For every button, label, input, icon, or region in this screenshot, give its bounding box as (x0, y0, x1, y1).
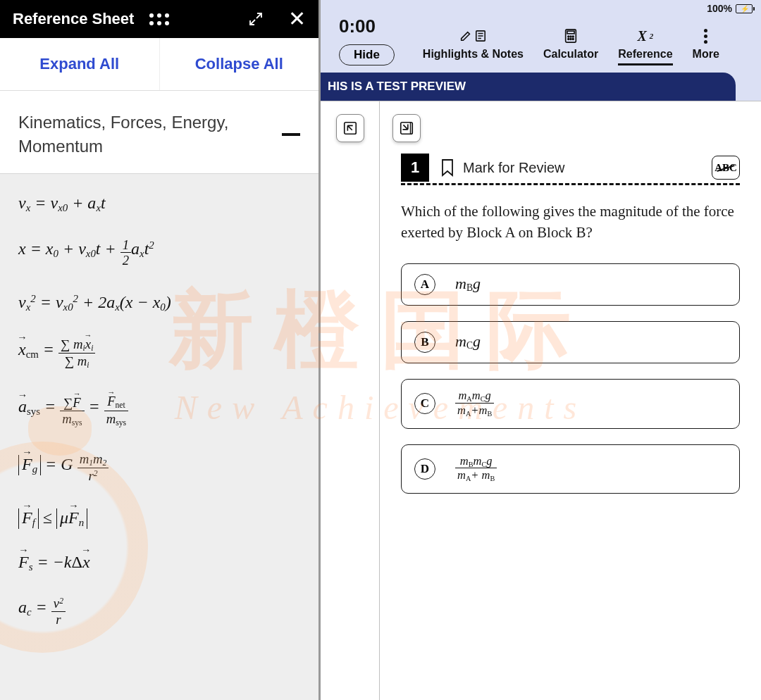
tool-label: Reference (618, 48, 672, 65)
section-title: Kinematics, Forces, Energy, Momentum (18, 111, 258, 158)
expand-pane-right-button[interactable] (392, 114, 421, 142)
watermark-leaf (28, 406, 92, 456)
content-area: 1 Mark for Review ABC Which of the follo… (321, 101, 761, 700)
pen-icon (459, 28, 486, 44)
formula-list: vx = vx0 + axt x = x0 + vx0t + 12axt2 vx… (0, 174, 318, 700)
tool-more[interactable]: More (693, 28, 719, 65)
choice-letter: A (414, 274, 435, 295)
formula-4: xcm = ∑ mixi∑ mi (18, 337, 300, 370)
choice-letter: C (414, 393, 435, 414)
close-icon[interactable]: ✕ (288, 8, 306, 30)
toolbar: 0:00 Hide Highlights & Notes Calculator (321, 0, 761, 73)
svg-rect-2 (567, 31, 574, 34)
formula-3: vx2 = vx02 + 2ax(x − x0) (18, 293, 300, 313)
choice-letter: D (414, 458, 435, 480)
svg-point-7 (570, 39, 571, 40)
tool-label: More (693, 48, 719, 65)
reference-header: Reference Sheet ✕ (0, 0, 318, 38)
choice-body: mCg (455, 332, 481, 351)
choice-letter: B (414, 332, 435, 353)
tool-label: Calculator (543, 48, 598, 65)
choice-body: mBg (455, 275, 481, 294)
formula-1: vx = vx0 + axt (18, 194, 300, 214)
bookmark-icon[interactable] (440, 158, 454, 177)
collapse-all-button[interactable]: Collapse All (160, 38, 319, 90)
battery-icon: ⚡ (736, 4, 753, 13)
svg-point-3 (568, 36, 569, 37)
question-pane: 1 Mark for Review ABC Which of the follo… (380, 101, 761, 700)
formula-2: x = x0 + vx0t + 12axt2 (18, 238, 300, 269)
section-header[interactable]: Kinematics, Forces, Energy, Momentum (0, 91, 318, 174)
preview-banner: HIS IS A TEST PREVIEW (321, 73, 736, 101)
maximize-icon[interactable] (247, 11, 264, 27)
choice-body: mAmCgmA+mB (455, 389, 494, 418)
question-header: 1 Mark for Review ABC (401, 154, 740, 185)
reference-sheet-panel: Reference Sheet ✕ Expand All Collapse Al… (0, 0, 321, 700)
strike-abc-toggle[interactable]: ABC (712, 156, 740, 180)
drag-handle-icon[interactable] (149, 13, 169, 25)
hide-button[interactable]: Hide (339, 44, 395, 65)
timer: 0:00 (339, 15, 376, 37)
svg-point-4 (570, 36, 571, 37)
svg-point-8 (572, 39, 574, 40)
more-icon (704, 28, 707, 44)
tool-calculator[interactable]: Calculator (543, 28, 598, 65)
choice-c[interactable]: C mAmCgmA+mB (401, 379, 740, 429)
choice-b[interactable]: B mCg (401, 321, 740, 363)
expand-all-button[interactable]: Expand All (0, 38, 160, 90)
tool-highlights-notes[interactable]: Highlights & Notes (423, 28, 524, 65)
left-gutter (321, 101, 380, 700)
reference-title: Reference Sheet (13, 10, 134, 28)
battery-percent: 100% (707, 3, 732, 14)
calculator-icon (564, 28, 578, 44)
collapse-icon[interactable] (282, 133, 300, 136)
question-text: Which of the following gives the magnitu… (401, 201, 740, 244)
choice-d[interactable]: D mBmCgmA+ mB (401, 444, 740, 494)
svg-point-5 (572, 36, 574, 37)
tool-reference[interactable]: X2 Reference (618, 28, 672, 65)
status-bar: 100% ⚡ (707, 3, 753, 14)
mark-for-review-label[interactable]: Mark for Review (463, 160, 564, 176)
choice-a[interactable]: A mBg (401, 263, 740, 306)
question-number: 1 (401, 154, 429, 182)
x-squared-icon: X2 (637, 28, 653, 44)
exam-panel: 100% ⚡ 0:00 Hide Highlights & Notes (321, 0, 761, 700)
svg-point-6 (568, 39, 569, 40)
expand-pane-left-button[interactable] (336, 114, 364, 142)
choice-body: mBmCgmA+ mB (455, 455, 497, 484)
expand-collapse-bar: Expand All Collapse All (0, 38, 318, 91)
tool-label: Highlights & Notes (423, 48, 524, 65)
